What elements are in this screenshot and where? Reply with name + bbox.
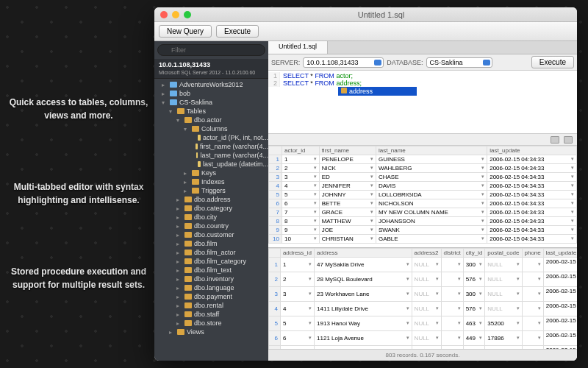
table-customer[interactable]: ▸dbo.customer [154,230,268,239]
result-grid-1[interactable]: actor_idfirst_namelast_namelast_update11… [268,146,577,248]
table-actor[interactable]: ▾dbo.actor [154,116,268,124]
app-window: Untitled 1.sql New Query Execute 10.0.1.… [154,7,577,361]
table-icon [341,88,347,93]
sidebar: 10.0.1.108,31433 Microsoft SQL Server 20… [154,41,268,361]
table-store[interactable]: ▸dbo.store [154,319,268,328]
table-row[interactable]: 2228 MySQL BoulevardNULL576NULL2006-02-1… [269,272,578,286]
table-staff[interactable]: ▸dbo.staff [154,310,268,319]
table-inventory[interactable]: ▸dbo.inventory [154,275,268,283]
table-film[interactable]: ▸dbo.film [154,239,268,248]
folder-keys[interactable]: ▸Keys [154,169,268,177]
table-row[interactable]: 1010CHRISTIANGABLE2006-02-15 04:34:33 [269,235,577,244]
close-icon[interactable] [160,11,168,18]
column-1[interactable]: first_name (varchar(4... [154,142,268,151]
execute-button[interactable]: Execute [216,25,259,38]
promo-text-3: Stored procedure execution and support f… [9,265,148,291]
table-address[interactable]: ▸dbo.address [154,195,268,204]
table-row[interactable]: 77GRACEMY NEW COLUMN NAME2006-02-15 04:3… [269,208,577,217]
table-language[interactable]: ▸dbo.language [154,283,268,292]
zoom-icon[interactable] [184,11,191,18]
table-row[interactable]: 22NICKWAHLBERG2006-02-15 04:34:33 [269,164,577,173]
table-row[interactable]: 3323 Workhaven LaneNULL300NULL2006-02-15… [269,286,578,301]
result-grid-2[interactable]: address_idaddressaddress2districtcity_id… [268,248,577,350]
table-row[interactable]: 551913 Hanoi WayNULL463352002006-02-15 0… [269,316,578,330]
table-payment[interactable]: ▸dbo.payment [154,292,268,301]
column-2[interactable]: last_name (varchar(4... [154,151,268,160]
table-row[interactable]: 55JOHNNYLOLLOBRIGIDA2006-02-15 04:34:33 [269,191,577,199]
table-film_actor[interactable]: ▸dbo.film_actor [154,248,268,257]
editor-tab[interactable]: Untitled 1.sql [268,41,328,54]
server-header[interactable]: 10.0.1.108,31433 Microsoft SQL Server 20… [154,59,268,79]
folder-columns[interactable]: ▾Columns [154,124,268,133]
window-title: Untitled 1.sql [191,10,571,19]
new-query-button[interactable]: New Query [159,25,212,38]
table-row[interactable]: 66BETTENICHOLSON2006-02-15 04:34:33 [269,199,577,208]
table-category[interactable]: ▸dbo.category [154,204,268,213]
table-row[interactable]: 1147 MySakila DriveNULL300NULL2006-02-15… [269,257,578,272]
column-0[interactable]: actor_id (PK, int, not... [154,133,268,142]
db-bob[interactable]: ▸bob [154,89,268,98]
promo-text-1: Quick access to tables, columns, views a… [9,96,148,122]
folder-views[interactable]: ▸Views [154,328,268,336]
server-select[interactable]: 10.0.1.108,31433 [303,57,384,68]
promo-text-2: Multi-tabbed editor with syntax highligh… [9,180,148,207]
db-adventureworks[interactable]: ▸AdventureWorks2012 [154,80,268,89]
titlebar: Untitled 1.sql [154,7,577,22]
column-3[interactable]: last_update (datetim... [154,160,268,169]
result-icon-1[interactable] [551,136,559,144]
table-rental[interactable]: ▸dbo.rental [154,301,268,310]
table-film_text[interactable]: ▸dbo.film_text [154,266,268,275]
table-country[interactable]: ▸dbo.country [154,222,268,230]
table-row[interactable]: 33EDCHASE2006-02-15 04:34:33 [269,173,577,182]
autocomplete-popup[interactable]: address [338,87,417,96]
toolbar: New Query Execute [154,22,577,41]
table-film_category[interactable]: ▸dbo.film_category [154,257,268,266]
filter-input[interactable] [157,44,265,56]
result-icon-2[interactable] [564,136,573,144]
folder-tables[interactable]: ▾Tables [154,107,268,116]
connection-bar: SERVER: 10.0.1.108,31433 DATABASE: CS-Sa… [268,54,577,71]
status-bar: 803 records. 0.167 seconds. [268,349,577,361]
table-row[interactable]: 441411 Lillydale DriveNULL576NULL2006-02… [269,301,578,316]
result-toolbar [268,134,577,146]
table-row[interactable]: 88MATTHEWJOHANSSON2006-02-15 04:34:33 [269,217,577,226]
table-city[interactable]: ▸dbo.city [154,213,268,222]
table-row[interactable]: 99JOESWANK2006-02-15 04:34:33 [269,226,577,235]
table-row[interactable]: 11PENELOPEGUINESS2006-02-15 04:34:33 [269,155,577,164]
database-label: DATABASE: [387,59,423,66]
table-row[interactable]: 44JENNIFERDAVIS2006-02-15 04:34:33 [269,182,577,191]
folder-triggers[interactable]: ▸Triggers [154,186,268,195]
db-cs-saklina[interactable]: ▾CS-Saklina [154,98,268,107]
table-row[interactable]: 661121 Loja AvenueNULL449178862006-02-15… [269,330,578,345]
execute-button-2[interactable]: Execute [531,56,574,68]
database-select[interactable]: CS-Saklina [426,57,492,68]
minimize-icon[interactable] [172,11,179,18]
sql-editor[interactable]: 1SELECT * FROM actor; 2SELECT * FROM add… [268,71,577,134]
server-label: SERVER: [271,59,300,66]
folder-indexes[interactable]: ▸Indexes [154,177,268,186]
